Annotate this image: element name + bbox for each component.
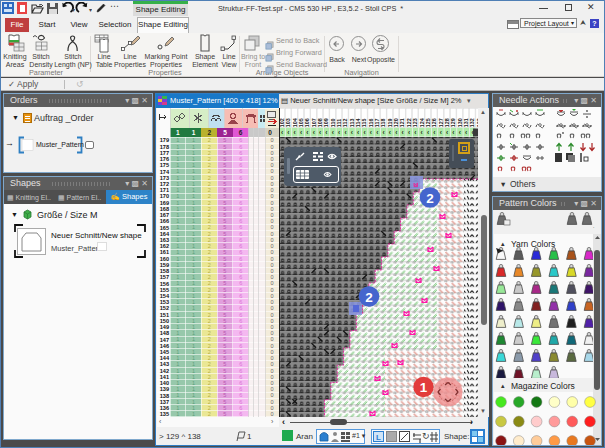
svg-text:161: 161 (160, 249, 169, 255)
svg-text:2: 2 (208, 330, 211, 336)
svg-text:1: 1 (192, 336, 195, 342)
svg-text:5: 5 (223, 187, 226, 193)
svg-text:1: 1 (176, 224, 179, 230)
svg-text:179: 179 (160, 137, 169, 143)
svg-text:5: 5 (223, 361, 226, 367)
svg-text:153: 153 (160, 299, 169, 305)
svg-text:0: 0 (270, 224, 273, 230)
svg-text:110: 110 (330, 118, 336, 127)
svg-text:5: 5 (223, 280, 226, 286)
svg-text:2: 2 (208, 187, 211, 193)
svg-text:‹: ‹ (306, 129, 308, 136)
svg-text:1: 1 (192, 399, 195, 405)
svg-text:1: 1 (176, 355, 179, 361)
svg-text:0: 0 (270, 237, 273, 243)
svg-text:1: 1 (192, 392, 195, 398)
svg-text:1: 1 (176, 243, 179, 249)
svg-text:0: 0 (270, 374, 273, 380)
svg-text:1: 1 (192, 280, 195, 286)
svg-text:1: 1 (192, 206, 195, 212)
svg-text:5: 5 (223, 218, 226, 224)
svg-text:0: 0 (270, 336, 273, 342)
svg-text:‹: ‹ (376, 129, 378, 136)
svg-text:2: 2 (208, 206, 211, 212)
svg-text:Magazine Colors: Magazine Colors (511, 381, 575, 391)
svg-text:‹: ‹ (325, 129, 327, 136)
svg-text:1: 1 (192, 386, 195, 392)
svg-text:‹: ‹ (287, 129, 289, 136)
svg-text:130: 130 (457, 118, 463, 127)
svg-text:6: 6 (239, 343, 242, 349)
svg-text:2: 2 (208, 144, 211, 150)
svg-text:2: 2 (208, 243, 211, 249)
svg-text:175: 175 (160, 162, 169, 168)
svg-text:2: 2 (208, 237, 211, 243)
svg-text:‹: ‹ (389, 129, 391, 136)
svg-text:1: 1 (176, 144, 179, 150)
svg-text:1: 1 (192, 368, 195, 374)
svg-text:‹: ‹ (344, 129, 346, 136)
svg-text:‹: ‹ (440, 129, 442, 136)
svg-text:158: 158 (160, 268, 169, 274)
svg-text:112: 112 (342, 118, 348, 127)
svg-text:5: 5 (223, 336, 226, 342)
svg-text:0: 0 (270, 181, 273, 187)
svg-text:107: 107 (311, 118, 317, 127)
svg-text:2: 2 (208, 268, 211, 274)
svg-text:‹: ‹ (459, 129, 461, 136)
svg-text:2: 2 (426, 191, 434, 206)
svg-text:124: 124 (419, 118, 425, 127)
svg-text:2: 2 (208, 256, 211, 262)
svg-text:5: 5 (223, 374, 226, 380)
svg-text:1: 1 (192, 380, 195, 386)
svg-text:‹: ‹ (465, 129, 467, 136)
svg-text:170: 170 (160, 193, 169, 199)
svg-text:6: 6 (239, 274, 242, 280)
svg-text:0: 0 (270, 268, 273, 274)
svg-text:1: 1 (176, 262, 179, 268)
svg-text:‹: ‹ (402, 129, 404, 136)
svg-text:1: 1 (176, 343, 179, 349)
svg-text:1: 1 (176, 386, 179, 392)
svg-text:5: 5 (223, 175, 226, 181)
svg-text:‹: ‹ (452, 129, 454, 136)
svg-text:0: 0 (270, 312, 273, 318)
svg-text:0: 0 (270, 193, 273, 199)
svg-text:127: 127 (438, 118, 444, 127)
svg-text:‹: ‹ (414, 129, 416, 136)
svg-text:5: 5 (223, 224, 226, 230)
svg-text:1: 1 (176, 129, 180, 136)
svg-text:1: 1 (176, 268, 179, 274)
svg-text:1: 1 (176, 330, 179, 336)
svg-text:2: 2 (208, 193, 211, 199)
svg-text:2: 2 (208, 361, 211, 367)
svg-text:2: 2 (208, 380, 211, 386)
svg-text:6: 6 (239, 380, 242, 386)
svg-text:2: 2 (208, 162, 211, 168)
svg-text:0: 0 (270, 361, 273, 367)
svg-text:0: 0 (268, 129, 272, 136)
svg-text:6: 6 (239, 237, 242, 243)
svg-text:2: 2 (207, 129, 211, 136)
svg-text:0: 0 (270, 392, 273, 398)
svg-text:1: 1 (192, 324, 195, 330)
svg-text:0: 0 (270, 156, 273, 162)
svg-text:1: 1 (192, 129, 196, 136)
svg-text:1: 1 (192, 224, 195, 230)
svg-text:5: 5 (223, 237, 226, 243)
svg-text:▾: ▾ (72, 7, 75, 13)
svg-text:115: 115 (361, 118, 367, 127)
svg-text:‹: ‹ (357, 129, 359, 136)
svg-text:5: 5 (223, 156, 226, 162)
svg-text:105: 105 (298, 118, 304, 127)
svg-text:172: 172 (160, 181, 169, 187)
svg-text:1: 1 (176, 193, 179, 199)
svg-text:1: 1 (176, 156, 179, 162)
svg-text:128: 128 (444, 118, 450, 127)
svg-text:1: 1 (192, 218, 195, 224)
svg-text:6: 6 (239, 361, 242, 367)
svg-text:6: 6 (239, 280, 242, 286)
svg-text:0: 0 (270, 293, 273, 299)
svg-text:0: 0 (270, 218, 273, 224)
svg-text:.: . (593, 223, 594, 229)
